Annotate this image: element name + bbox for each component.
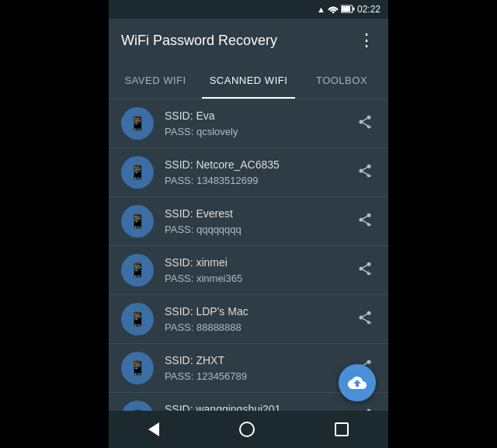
cloud-upload-icon xyxy=(348,373,367,392)
list-item: 📱 SSID: LDP's Mac PASS: 88888888 xyxy=(109,295,388,344)
share-icon[interactable] xyxy=(354,405,376,412)
svg-rect-1 xyxy=(353,7,354,10)
list-item: 📱 SSID: Eva PASS: qcslovely xyxy=(109,99,388,148)
share-icon[interactable] xyxy=(354,160,376,186)
upload-fab[interactable] xyxy=(339,364,376,401)
recents-icon xyxy=(335,422,349,436)
home-button[interactable] xyxy=(224,415,270,443)
status-icons: ▲ 02:22 xyxy=(317,4,381,15)
wifi-device-icon: 📱 xyxy=(121,107,154,140)
wifi-device-icon: 📱 xyxy=(121,205,154,238)
wifi-device-icon: 📱 xyxy=(121,254,154,287)
share-icon[interactable] xyxy=(354,209,376,234)
wifi-device-icon: 📱 xyxy=(121,156,154,189)
wifi-ssid: SSID: xinmei xyxy=(165,255,354,271)
list-item: 📱 SSID: Everest PASS: qqqqqqqq xyxy=(109,197,388,246)
app-bar: WiFi Password Recovery ⋮ xyxy=(109,19,388,62)
svg-rect-2 xyxy=(342,6,350,12)
phone-container: ▲ 02:22 WiFi Password Recovery ⋮ Saved W… xyxy=(109,0,388,448)
wifi-ssid: SSID: wangqingshui201 xyxy=(165,401,354,411)
wifi-pass: PASS: 13483512699 xyxy=(165,173,354,189)
status-time: 02:22 xyxy=(357,4,381,15)
wifi-ssid: SSID: Eva xyxy=(165,108,354,124)
wifi-info: SSID: wangqingshui201 PASS: 1357924680 xyxy=(165,401,354,411)
wifi-ssid: SSID: ZHXT xyxy=(165,352,354,369)
wifi-info: SSID: xinmei PASS: xinmei365 xyxy=(165,255,354,287)
wifi-pass: PASS: xinmei365 xyxy=(165,271,354,287)
wifi-info: SSID: Eva PASS: qcslovely xyxy=(165,108,354,140)
list-item: 📱 SSID: Netcore_AC6835 PASS: 13483512699 xyxy=(109,148,388,197)
signal-icon: ▲ xyxy=(317,5,325,14)
wifi-pass: PASS: qqqqqqqq xyxy=(165,222,354,238)
wifi-device-icon: 📱 xyxy=(121,303,154,335)
wifi-list: 📱 SSID: Eva PASS: qcslovely 📱 SSID: Netc… xyxy=(109,99,388,411)
list-item: 📱 SSID: xinmei PASS: xinmei365 xyxy=(109,246,388,295)
wifi-ssid: SSID: Netcore_AC6835 xyxy=(165,157,354,173)
wifi-ssid: SSID: LDP's Mac xyxy=(165,304,354,320)
share-icon[interactable] xyxy=(354,258,376,283)
wifi-pass: PASS: qcslovely xyxy=(165,124,354,140)
share-icon[interactable] xyxy=(354,307,376,332)
wifi-info: SSID: Everest PASS: qqqqqqqq xyxy=(165,206,354,238)
wifi-pass: PASS: 88888888 xyxy=(165,320,354,335)
navigation-bar xyxy=(109,411,388,448)
recents-button[interactable] xyxy=(319,416,364,443)
tabs-container: Saved WiFi Scanned WiFi ToolBox xyxy=(109,62,388,99)
more-options-icon[interactable]: ⋮ xyxy=(358,30,376,50)
home-icon xyxy=(239,422,255,437)
tab-toolbox[interactable]: ToolBox xyxy=(295,62,388,99)
app-title: WiFi Password Recovery xyxy=(121,33,277,49)
wifi-info: SSID: ZHXT PASS: 123456789 xyxy=(165,352,354,384)
share-icon[interactable] xyxy=(354,111,376,137)
back-icon xyxy=(148,422,159,436)
battery-icon xyxy=(341,5,355,15)
wifi-info: SSID: Netcore_AC6835 PASS: 13483512699 xyxy=(165,157,354,189)
wifi-ssid: SSID: Everest xyxy=(165,206,354,222)
wifi-icon xyxy=(328,5,339,15)
wifi-device-icon: 📱 xyxy=(121,352,154,384)
back-button[interactable] xyxy=(133,416,175,443)
wifi-pass: PASS: 123456789 xyxy=(165,369,354,384)
status-bar: ▲ 02:22 xyxy=(109,0,388,19)
wifi-info: SSID: LDP's Mac PASS: 88888888 xyxy=(165,304,354,335)
wifi-device-icon: 📱 xyxy=(121,401,154,411)
tab-saved-wifi[interactable]: Saved WiFi xyxy=(109,62,202,99)
tab-scanned-wifi[interactable]: Scanned WiFi xyxy=(202,62,295,99)
